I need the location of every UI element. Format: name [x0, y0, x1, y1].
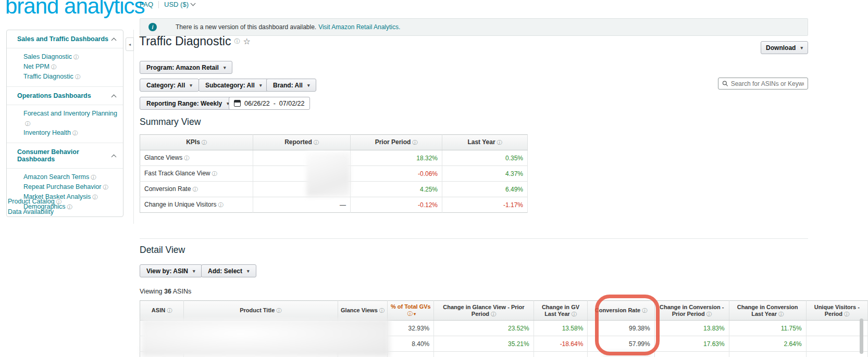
viewing-count: Viewing 36 ASINs — [140, 288, 191, 295]
chevron-up-icon — [111, 94, 117, 99]
detail-col-change-in-conversion-last-year[interactable]: Change in Conversion Last Yearⓘ — [729, 301, 806, 321]
summary-col-reported[interactable]: Reportedⓘ — [253, 135, 351, 150]
banner-text: There is a new version of this dashboard… — [176, 23, 316, 31]
search-box[interactable] — [718, 78, 808, 90]
kpi-label: Change in Unique Visitors — [144, 201, 217, 208]
brand-analytics-logo: brand analytics — [5, 0, 145, 19]
detail-col-glance-views[interactable]: Glance Viewsⓘ — [338, 301, 388, 321]
cell-of-total-gvs: 32.93% — [388, 321, 434, 336]
info-icon: ⓘ — [778, 311, 784, 317]
sidebar-section-header-sales-and-traffic-dashboards[interactable]: Sales and Traffic Dashboards — [7, 30, 123, 48]
column-label: Change in Glance View - Prior Period — [443, 304, 524, 317]
column-label: % of Total GVs — [391, 303, 431, 310]
cell-change-in-gv-last-year: -30.24% — [534, 352, 588, 357]
info-icon: ⓘ — [642, 308, 647, 313]
calendar-icon — [234, 100, 241, 107]
chevron-down-icon — [191, 1, 196, 6]
column-label: Glance Views — [341, 307, 378, 313]
summary-view-heading: Summary View — [140, 117, 201, 128]
detail-col-product-title[interactable]: Product Titleⓘ — [184, 301, 338, 321]
sidebar-section-sales-and-traffic-dashboards: Sales and Traffic DashboardsSales Diagno… — [7, 30, 123, 86]
brand-filter[interactable]: Brand: All▾ — [266, 79, 316, 92]
dropdown-arrow-icon: ▾ — [193, 269, 195, 274]
download-label: Download — [766, 44, 796, 52]
info-icon: ⓘ — [72, 130, 78, 136]
summary-col-prior-period[interactable]: Prior Periodⓘ — [351, 135, 442, 150]
sidebar-item-amazon-search-terms[interactable]: Amazon Search Terms — [23, 173, 89, 182]
banner-link[interactable]: Visit Amazon Retail Analytics. — [318, 23, 400, 31]
detail-col-change-in-gv-last-year[interactable]: Change in GV Last Yearⓘ — [534, 301, 588, 321]
sidebar-section-header-operations-dashboards[interactable]: Operations Dashboards — [7, 86, 123, 105]
info-icon: ⓘ — [202, 139, 207, 145]
detail-col-asin[interactable]: ASINⓘ — [140, 301, 184, 321]
category-filter[interactable]: Category: All▾ — [140, 79, 199, 92]
reporting-range-filter[interactable]: Reporting Range: Weekly▾ — [140, 97, 236, 110]
cell-change-in-conversion-prior-period: 13.83% — [654, 321, 729, 336]
sidebar-item-sales-diagnostic[interactable]: Sales Diagnostic — [23, 53, 72, 61]
table-scrollbar-thumb[interactable] — [860, 318, 863, 354]
sidebar-item-forecast-and-inventory-planning[interactable]: Forecast and Inventory Planning — [23, 109, 117, 118]
info-icon: ⓘ — [379, 308, 385, 313]
detail-col-conversion-rate[interactable]: Conversion Rateⓘ — [588, 301, 654, 321]
sidebar-section-header-consumer-behavior-dashboards[interactable]: Consumer Behavior Dashboards — [7, 143, 123, 168]
detail-col-unique-visitors-period[interactable]: Unique Visitors - Periodⓘ — [806, 301, 867, 321]
currency-selector[interactable]: USD ($) — [164, 1, 195, 8]
asin-count: 36 — [164, 288, 171, 295]
detail-col-change-in-conversion-prior-period[interactable]: Change in Conversion - Prior Periodⓘ — [654, 301, 729, 321]
sidebar-collapse-button[interactable]: ◄ — [126, 37, 134, 51]
cell-change-in-conversion-last-year: 11.75% — [729, 321, 806, 336]
dropdown-arrow-icon: ▾ — [800, 45, 803, 50]
kpi-label: Conversion Rate — [144, 185, 191, 193]
search-input[interactable] — [731, 80, 804, 87]
info-icon[interactable]: ⓘ — [234, 37, 240, 45]
faq-link[interactable]: FAQ — [140, 1, 153, 8]
sidebar-item-traffic-diagnostic[interactable]: Traffic Diagnostic — [23, 72, 73, 81]
date-start[interactable]: 06/26/22 — [244, 100, 270, 107]
table-row: Change in Unique Visitorsⓘ—-0.12%-1.17% — [140, 197, 528, 213]
cell-change-in-glance-view-prior-period: 15.79% — [434, 352, 534, 357]
cell-change-in-glance-view-prior-period: 23.52% — [434, 321, 534, 336]
sidebar-item-inventory-health[interactable]: Inventory Health — [23, 129, 71, 137]
detail-col-change-in-glance-view-prior-period[interactable]: Change in Glance View - Prior Periodⓘ — [434, 301, 534, 321]
info-icon: ⓘ — [844, 311, 849, 317]
favorite-star-icon[interactable]: ☆ — [243, 36, 250, 46]
section-items: Sales DiagnosticⓘNet PPMⓘTraffic Diagnos… — [7, 48, 123, 86]
sidebar-item-net-ppm[interactable]: Net PPM — [23, 62, 49, 71]
kpi-cell-fast-track-glance-view: Fast Track Glance Viewⓘ — [140, 166, 253, 182]
program-filter[interactable]: Program: Amazon Retail▾ — [140, 61, 232, 74]
info-icon: ⓘ — [51, 64, 56, 70]
column-label: Prior Period — [375, 138, 411, 146]
sidebar-link-data-availability[interactable]: Data Availability — [8, 208, 54, 216]
subcategory-filter[interactable]: Subcategory: All▾ — [199, 79, 268, 92]
view-by-filter[interactable]: View by: ASIN▾ — [140, 264, 202, 277]
dropdown-arrow-icon: ▾ — [224, 65, 226, 70]
summary-col-kpis[interactable]: KPIsⓘ — [140, 135, 253, 150]
cell-change-in-conversion-prior-period: 3.33% — [654, 352, 729, 357]
summary-col-last-year[interactable]: Last Yearⓘ — [442, 135, 528, 150]
info-icon: ⓘ — [167, 308, 172, 313]
info-icon: i — [148, 23, 157, 31]
kpi-cell-conversion-rate: Conversion Rateⓘ — [140, 182, 253, 197]
column-label: Reported — [284, 138, 312, 146]
info-icon: ⓘ — [91, 174, 96, 180]
date-range-picker[interactable]: 06/26/22 - 07/02/22 — [229, 97, 310, 110]
info-icon: ⓘ — [184, 155, 189, 161]
sidebar-item-repeat-purchase-behavior[interactable]: Repeat Purchase Behavior — [23, 183, 101, 192]
add-metric-filter[interactable]: Add: Select▾ — [201, 264, 256, 277]
redacted-cell-value — [603, 352, 650, 357]
date-end[interactable]: 07/02/22 — [279, 100, 305, 107]
dropdown-arrow-icon: ▾ — [307, 83, 310, 88]
sidebar-link-product-catalog[interactable]: Product Catalog — [8, 197, 55, 206]
column-label: Last Year — [467, 138, 495, 146]
sort-desc-arrow-icon: ▾ — [413, 312, 416, 316]
info-icon: ⓘ — [67, 204, 72, 210]
reported-value: — — [253, 197, 351, 213]
dropdown-arrow-icon: ▾ — [190, 83, 192, 88]
info-icon: ⓘ — [706, 311, 712, 317]
info-icon: ⓘ — [491, 311, 496, 317]
column-label: Unique Visitors - Period — [814, 304, 860, 317]
prior-value: 18.32% — [351, 150, 442, 166]
download-button[interactable]: Download▾ — [761, 41, 808, 54]
content-splitter — [133, 30, 134, 224]
detail-col-of-total-gvs[interactable]: % of Total GVsⓘ ▾ — [388, 301, 434, 321]
